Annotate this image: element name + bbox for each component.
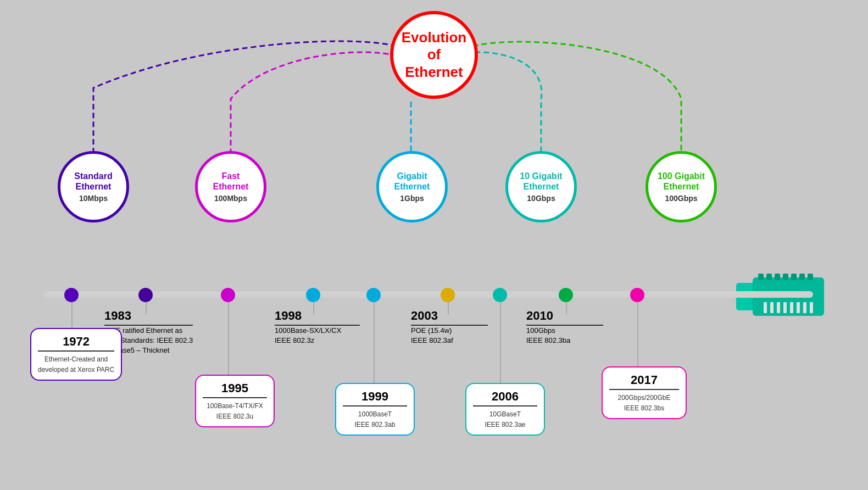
year-1998: 1998 <box>275 308 360 326</box>
svg-rect-10 <box>770 302 774 313</box>
svg-rect-5 <box>783 274 788 280</box>
infobox-1972: 1972 Ethernet-Created anddeveloped at Xe… <box>30 328 122 381</box>
title-text: EvolutionofEthernet <box>402 29 466 81</box>
svg-rect-9 <box>764 302 767 313</box>
infobox-1995: 1995 100Base-T4/TX/FXIEEE 802.3u <box>195 375 275 427</box>
dot-1983 <box>138 288 153 302</box>
connector-1999 <box>374 295 375 383</box>
connector-2006 <box>500 295 501 383</box>
year-1983: 1983 <box>104 308 193 326</box>
100gigabit-ethernet-speed: 100Gbps <box>665 194 697 203</box>
year-1972: 1972 <box>38 333 114 352</box>
svg-rect-13 <box>790 302 793 313</box>
year-2017: 2017 <box>609 372 679 390</box>
dot-1995 <box>221 288 235 302</box>
10gigabit-ethernet-circle: 10 GigabitEthernet 10Gbps <box>505 151 577 222</box>
infobox-2017: 2017 200Gbps/200GbEIEEE 802.3bs <box>602 366 687 419</box>
svg-rect-8 <box>808 274 813 280</box>
year-2010: 2010 <box>526 308 603 326</box>
standard-ethernet-circle: StandardEthernet 10Mbps <box>58 151 129 222</box>
svg-rect-3 <box>766 274 772 280</box>
desc-1998: 1000Base-SX/LX/CXIEEE 802.3z <box>275 326 341 344</box>
infobox-2003: 2003 POE (15.4w)IEEE 802.3af <box>411 308 488 346</box>
desc-1999: 1000BaseTIEEE 802.3ab <box>354 410 395 429</box>
fast-ethernet-label: FastEthernet <box>213 171 249 192</box>
100gigabit-ethernet-circle: 100 GigabitEthernet 100Gbps <box>646 151 717 222</box>
gigabit-ethernet-circle: GigabitEthernet 1Gbps <box>376 151 448 222</box>
dot-1999 <box>366 288 381 302</box>
dot-2006 <box>493 288 507 302</box>
fast-ethernet-speed: 100Mbps <box>214 194 247 203</box>
desc-1995: 100Base-T4/TX/FXIEEE 802.3u <box>207 402 263 421</box>
gigabit-ethernet-speed: 1Gbps <box>400 194 424 203</box>
gigabit-ethernet-label: GigabitEthernet <box>394 171 430 192</box>
infobox-2006: 2006 10GBaseTIEEE 802.3ae <box>465 383 545 436</box>
10gigabit-ethernet-speed: 10Gbps <box>527 194 555 203</box>
dot-2017 <box>630 288 644 302</box>
infobox-1998: 1998 1000Base-SX/LX/CXIEEE 802.3z <box>275 308 360 346</box>
10gigabit-ethernet-label: 10 GigabitEthernet <box>520 171 562 192</box>
svg-rect-7 <box>799 274 805 280</box>
100gigabit-ethernet-label: 100 GigabitEthernet <box>658 171 705 192</box>
timeline-bar <box>44 291 813 298</box>
desc-2003: POE (15.4w)IEEE 802.3af <box>411 326 453 344</box>
desc-2017: 200Gbps/200GbEIEEE 802.3bs <box>617 394 670 413</box>
connector-1995 <box>228 295 229 375</box>
year-2003: 2003 <box>411 308 488 326</box>
year-2006: 2006 <box>473 388 537 407</box>
year-1999: 1999 <box>343 388 407 407</box>
connector-2017 <box>637 295 638 366</box>
dot-1998 <box>306 288 320 302</box>
year-1995: 1995 <box>203 380 267 398</box>
svg-rect-11 <box>777 302 780 313</box>
svg-rect-14 <box>797 302 800 313</box>
infobox-1999: 1999 1000BaseTIEEE 802.3ab <box>335 383 415 436</box>
svg-rect-16 <box>810 302 813 313</box>
dot-1972 <box>64 288 79 302</box>
standard-ethernet-label: StandardEthernet <box>74 171 112 192</box>
infobox-2010: 2010 100GbpsIEEE 802.3ba <box>526 308 603 346</box>
title-circle: EvolutionofEthernet <box>390 11 478 99</box>
svg-rect-12 <box>783 302 787 313</box>
desc-2006: 10GBaseTIEEE 802.3ae <box>485 410 525 429</box>
dot-2010 <box>559 288 573 302</box>
fast-ethernet-circle: FastEthernet 100Mbps <box>195 151 266 222</box>
svg-rect-6 <box>791 274 797 280</box>
svg-rect-2 <box>758 274 764 280</box>
desc-2010: 100GbpsIEEE 802.3ba <box>526 326 570 344</box>
svg-rect-15 <box>803 302 806 313</box>
dot-2003 <box>441 288 455 302</box>
standard-ethernet-speed: 10Mbps <box>79 194 108 203</box>
svg-rect-4 <box>775 274 780 280</box>
desc-1972: Ethernet-Created anddeveloped at Xerox P… <box>38 355 114 374</box>
